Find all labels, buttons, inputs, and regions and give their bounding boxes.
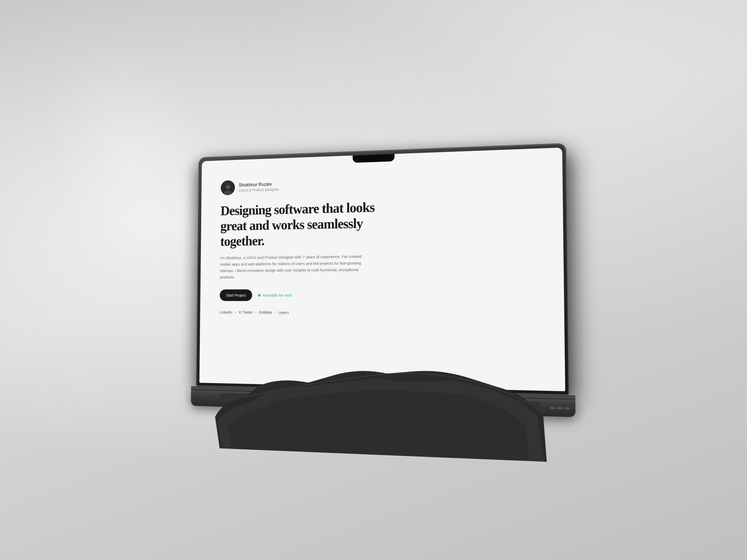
profile-info: Shokhnur Ruziev UX/UI & Product Designer	[239, 181, 279, 192]
port-usb-2	[557, 407, 563, 409]
social-link-layers[interactable]: Layers	[278, 311, 289, 315]
stone-pedestal	[207, 365, 556, 462]
laptop: Shokhnur Ruziev UX/UI & Product Designer…	[191, 143, 575, 417]
port-hdmi	[564, 407, 570, 409]
scene: Shokhnur Ruziev UX/UI & Product Designer…	[80, 67, 667, 494]
social-link-dribbble[interactable]: Dribbble	[259, 311, 272, 315]
profile-title: UX/UI & Product Designer	[239, 187, 279, 192]
camera-notch	[353, 154, 394, 163]
social-link-twitter[interactable]: X/ Twitter	[238, 311, 253, 315]
avatar-image	[221, 180, 235, 195]
laptop-lid: Shokhnur Ruziev UX/UI & Product Designer…	[196, 143, 569, 395]
hero-description: I'm Shokhnur, a UX/UI and Product Design…	[220, 253, 366, 280]
social-links-row: Linkedin • X/ Twitter • Dribbble • Layer…	[220, 311, 393, 315]
stone-svg	[207, 365, 556, 462]
separator-3: •	[275, 311, 276, 315]
cta-row: Start Project Available for work	[220, 289, 393, 301]
status-dot-icon	[258, 294, 260, 296]
profile-section: Shokhnur Ruziev UX/UI & Product Designer	[221, 175, 393, 195]
separator-2: •	[255, 311, 257, 315]
social-link-linkedin[interactable]: Linkedin	[220, 311, 232, 315]
screen-content: Shokhnur Ruziev UX/UI & Product Designer…	[220, 172, 393, 315]
profile-name: Shokhnur Ruziev	[239, 181, 279, 188]
avatar	[221, 180, 235, 195]
start-project-button[interactable]: Start Project	[220, 290, 252, 301]
hero-headline: Designing software that looks great and …	[220, 199, 393, 249]
status-label: Available for work	[262, 293, 292, 298]
screen-bezel: Shokhnur Ruziev UX/UI & Product Designer…	[199, 148, 565, 391]
laptop-assembly: Shokhnur Ruziev UX/UI & Product Designer…	[191, 143, 575, 417]
available-status: Available for work	[258, 293, 292, 298]
screen-display: Shokhnur Ruziev UX/UI & Product Designer…	[199, 148, 565, 391]
separator-1: •	[235, 311, 236, 314]
